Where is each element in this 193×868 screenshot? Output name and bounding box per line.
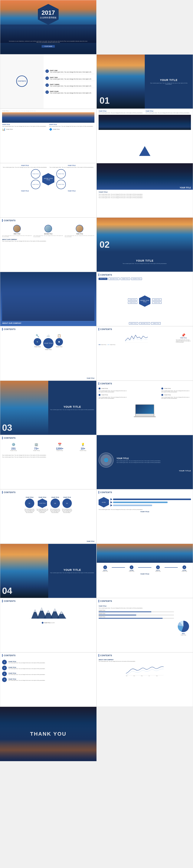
- bridge-subtitle: YOUR TITLE: [99, 191, 191, 193]
- mnt-label-row: YOUR TITLE 33.244: [42, 622, 55, 623]
- svg-marker-7: [40, 607, 43, 611]
- icon-item-1: 📊 YOUR TITLE: [2, 128, 47, 131]
- icon-row: 📊 YOUR TITLE 🔷 YOUR TITLE: [2, 128, 94, 131]
- left-tags: YOUR TITLE YOUR TITLE: [128, 299, 137, 304]
- slide-hex-circles: YOUR TITLE Your content goes here. You c…: [0, 163, 96, 217]
- nc-row-2: 2 YOUR TITLE Your content goes here. You…: [2, 665, 94, 670]
- cc-contents: CONTENTS: [4, 491, 16, 493]
- triangle-area: YOUR TITLE: [99, 115, 191, 161]
- stat-num-1: 231: [10, 447, 17, 450]
- slide-circles: CONTENTS 🔧 ⚙️ YOUR TITLE ☁️ YOUR TITLE Y…: [0, 326, 96, 380]
- blue-circle-row: 🌐 YOUR TITLE Your content goes here. You…: [99, 453, 161, 468]
- laptop-right: YOUR TITLE Your content goes here. You c…: [161, 388, 191, 433]
- right-titles: YOUR TITLE Your content goes here. You c…: [146, 111, 191, 114]
- timeline-bottom: 1 PHOTO YOUR TITLE 2 ADOBE YOUR TITLE 3 …: [97, 563, 193, 598]
- tag-1: FIRST TITLE: [99, 278, 108, 280]
- section-02-num: 02: [100, 239, 110, 250]
- person-role-3: Your content goes here. You can change t…: [65, 235, 94, 237]
- circles-header: CONTENTS: [2, 328, 94, 331]
- contents-circle-label: CONTENTS: [16, 75, 28, 87]
- contents-dot-4: 04: [45, 90, 49, 94]
- prog-item-2: YOUR TITLE: [99, 613, 174, 615]
- lap-item-2: YOUR TITLE: [99, 394, 128, 396]
- avatar-1: [13, 225, 21, 232]
- slide-about-wave: CONTENTS ABOUT OUR COMPANY Your content …: [96, 652, 193, 707]
- section-01-left: 01: [97, 55, 145, 108]
- section-02-right: YOUR TITLE Your content goes here. You c…: [97, 252, 193, 272]
- prog-item-1: YOUR TITLE: [99, 610, 174, 612]
- wave-header: CONTENTS: [99, 328, 191, 331]
- mountain-chart-area: YOUR TITLE 33.244: [2, 606, 94, 651]
- section-02-sub: Your content goes here. You can change t…: [123, 263, 167, 264]
- building-label: ABOUT OUR COMPANY: [2, 322, 21, 324]
- nc-badge-4: 4: [2, 677, 7, 682]
- nc-row-1: 1 YOUR TITLE Your content goes here. You…: [2, 660, 94, 664]
- icon-item-2: 🔷 YOUR TITLE: [49, 128, 94, 131]
- wave-icon: 📌 YOUR TITLE: [176, 333, 191, 339]
- section-01-right: YOUR TITLE Your content goes here. You c…: [145, 55, 193, 108]
- cover-year: 2017: [41, 10, 55, 16]
- icon-label-2: YOUR TITLE: [53, 129, 60, 130]
- person-role-1: Your content goes here. You can change t…: [2, 235, 32, 237]
- nc-row-4: 4 YOUR TITLE Your content goes here. You…: [2, 677, 94, 682]
- wave-left: YOUR TITLE YOUR TITLE: [99, 333, 175, 379]
- nc-contents: CONTENTS: [4, 654, 16, 657]
- cover-subtitle: Summarize on your objectives, continue t…: [0, 40, 96, 43]
- circles-contents: CONTENTS: [4, 328, 16, 330]
- tl-item-4: 4 ADORE YOUR TITLE: [178, 565, 191, 572]
- nc-text-1: YOUR TITLE Your content goes here. You c…: [8, 661, 94, 663]
- center-hexagon: ADORE YOUR TITLE: [42, 173, 54, 185]
- about-label: ABOUT OUR COMPANY: [2, 239, 94, 240]
- hex-center-row: YOUR TITLE YOUR TITLE ADORE YOUR TITLE Y…: [2, 169, 94, 189]
- sec4-title: YOUR TITLE: [64, 568, 81, 571]
- wave-legend: YOUR TITLE YOUR TITLE: [99, 344, 175, 345]
- tl-item-2: 2 ADOBE YOUR TITLE: [125, 565, 138, 572]
- mnt-header: CONTENTS: [2, 600, 94, 602]
- nc-items: 1 YOUR TITLE Your content goes here. You…: [2, 660, 94, 682]
- bot-tag-1: FIRST TITLE: [129, 322, 138, 324]
- cc-item-2: YOUR TITLE YOUR TITLE Your content goes …: [36, 497, 48, 513]
- stat-label-1: YOUR TITLE: [10, 450, 17, 451]
- tag-2: SECOND TITLE: [109, 278, 119, 280]
- contents-item-3: 03 PART THREEYour content goes here. You…: [45, 84, 94, 88]
- circle-left-1: YOUR TITLE: [31, 169, 40, 179]
- cc-circle-3: 03: [50, 499, 60, 508]
- section-01-subtitle: Your content goes here. You can change t…: [147, 83, 191, 85]
- pie-right: 55% YOUR TITLE: [176, 606, 191, 651]
- cc-bar: [2, 491, 3, 494]
- blue-big-circle: 🌐: [99, 453, 114, 468]
- bridge-body: Your content goes here. You can change t…: [99, 194, 191, 195]
- cc-item-3: YOUR TITLE 03 Your content goes here. Yo…: [50, 497, 60, 513]
- slide-thankyou: THANK YOU: [0, 707, 96, 761]
- bridge-photo: YOUR TITLE: [97, 163, 193, 190]
- person-1: FIRST TITLE Your content goes here. You …: [2, 225, 32, 237]
- tl-line-3: [164, 567, 178, 568]
- arrow-1: [110, 498, 112, 500]
- laptop-device: [135, 404, 154, 416]
- laptop-base: [134, 416, 155, 417]
- stat-3: 📅 1200+ YOUR TITLE: [56, 443, 63, 451]
- sec4-left: 04: [0, 544, 48, 598]
- contents-label: CONTENTS: [4, 220, 16, 222]
- mnt-labels: YOUR TITLE 33.244: [2, 622, 94, 623]
- laptop-contents: CONTENTS: [100, 383, 112, 385]
- section-02-photo: 02: [97, 218, 193, 252]
- city-photo-day: [2, 112, 94, 123]
- tag-row-top: FIRST TITLE SECOND TITLE THIRD TITLE FOU…: [99, 278, 191, 280]
- person-row: FIRST TITLE Your content goes here. You …: [2, 225, 94, 237]
- lap-text-2: Your content goes here. You can change t…: [99, 397, 128, 399]
- about-wave-svg: Jan Mar May Jul Sep: [99, 663, 191, 676]
- slide-laptop: CONTENTS YOUR TITLE Your content goes he…: [96, 380, 193, 435]
- bottom-label-2: YOUR TITLE: [49, 190, 94, 192]
- nc-text-4: YOUR TITLE Your content goes here. You c…: [8, 679, 94, 681]
- svg-text:Jul: Jul: [149, 675, 150, 676]
- aw-contents: CONTENTS: [100, 654, 112, 657]
- hex-label-2: YOUR TITLE Your content goes here. You c…: [49, 165, 94, 168]
- slide-section-03: 03 YOUR TITLE Your content goes here. Yo…: [0, 380, 96, 435]
- aa-footer: YOUR TITLE: [99, 511, 191, 513]
- bot-tag-3: THIRD TITLE: [151, 322, 161, 324]
- triangle-overlay: YOUR TITLE: [139, 144, 150, 159]
- tl-item-1: 1 PHOTO YOUR TITLE: [99, 565, 112, 572]
- pie-contents: CONTENTS: [100, 600, 112, 602]
- slide-text-city: YOUR TITLE Your content goes here. You c…: [0, 109, 96, 163]
